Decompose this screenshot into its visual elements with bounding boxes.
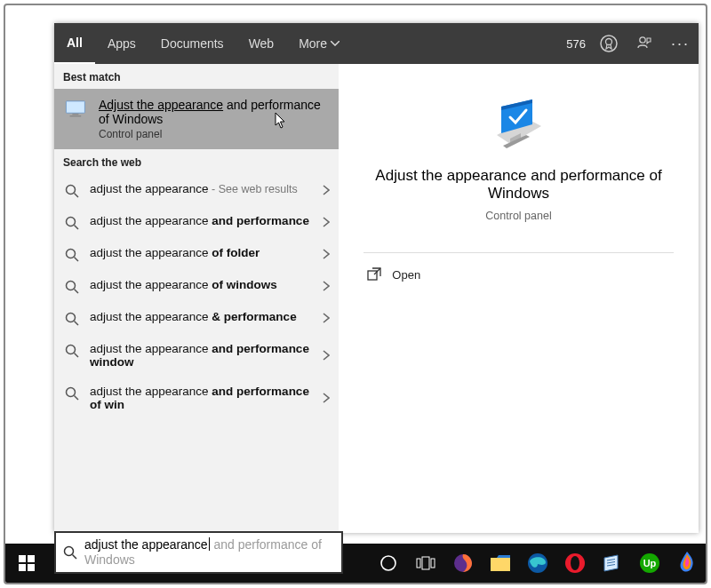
svg-rect-25	[368, 271, 377, 280]
tab-documents[interactable]: Documents	[148, 23, 236, 64]
preview-subtitle: Control panel	[485, 210, 551, 222]
svg-rect-4	[72, 114, 78, 115]
tab-all[interactable]: All	[54, 23, 95, 64]
chevron-right-icon	[323, 313, 330, 323]
web-result-4[interactable]: adjust the appearance & performance	[54, 302, 339, 334]
svg-point-8	[67, 218, 76, 226]
svg-rect-31	[28, 564, 35, 571]
chevron-right-icon	[323, 217, 330, 227]
taskbar-flame-icon[interactable]	[671, 547, 703, 579]
chevron-right-icon	[323, 249, 330, 259]
svg-line-15	[75, 322, 79, 326]
web-result-text: adjust the appearance of folder	[90, 246, 328, 259]
svg-text:Up: Up	[643, 558, 657, 568]
search-icon	[65, 280, 79, 294]
svg-rect-37	[491, 558, 510, 571]
web-result-5[interactable]: adjust the appearance and performance wi…	[54, 334, 339, 377]
best-match-result[interactable]: Adjust the appearance and performance of…	[54, 89, 339, 149]
best-match-label: Best match	[54, 64, 339, 89]
taskbar-cortana-icon[interactable]	[372, 547, 404, 579]
svg-point-32	[381, 556, 395, 570]
web-result-1[interactable]: adjust the appearance and performance	[54, 206, 339, 238]
svg-line-7	[75, 194, 79, 198]
svg-rect-29	[28, 555, 35, 562]
chevron-right-icon	[323, 281, 330, 291]
firefox-icon	[452, 552, 474, 574]
search-icon	[65, 344, 79, 358]
svg-point-26	[65, 547, 74, 556]
svg-point-6	[67, 186, 76, 195]
start-button[interactable]	[5, 544, 48, 583]
taskbar-opera-icon[interactable]	[559, 547, 591, 579]
circle-icon	[379, 554, 397, 572]
search-icon	[65, 216, 79, 230]
preview-title: Adjust the appearance and performance of…	[339, 167, 699, 203]
taskview-icon	[416, 556, 435, 570]
start-search-panel: All Apps Documents Web More 576 ··· Best…	[54, 23, 699, 533]
svg-point-40	[571, 556, 579, 570]
svg-point-14	[67, 314, 76, 322]
svg-rect-30	[19, 564, 26, 571]
taskbar-firefox-icon[interactable]	[447, 547, 479, 579]
svg-point-12	[67, 282, 76, 290]
svg-point-1	[605, 39, 611, 45]
svg-line-9	[75, 226, 79, 230]
web-result-0[interactable]: adjust the appearance - See web results	[54, 174, 339, 206]
search-icon	[65, 386, 79, 401]
svg-rect-33	[417, 559, 420, 568]
rewards-medal-icon[interactable]	[596, 31, 621, 56]
chevron-right-icon	[323, 393, 330, 403]
web-result-6[interactable]: adjust the appearance and performance of…	[54, 377, 339, 419]
taskbar-file-explorer-icon[interactable]	[484, 547, 516, 579]
taskbar-taskview-icon[interactable]	[410, 547, 442, 579]
svg-rect-35	[431, 559, 435, 568]
svg-line-19	[75, 396, 79, 401]
search-input[interactable]: adjust the appearance and performance of…	[54, 531, 343, 574]
tab-web[interactable]: Web	[236, 23, 287, 64]
web-result-text: adjust the appearance of windows	[90, 278, 328, 291]
web-result-text: adjust the appearance and performance	[90, 214, 328, 227]
best-match-subtitle: Control panel	[99, 128, 328, 140]
search-tabbar: All Apps Documents Web More 576 ···	[54, 23, 699, 64]
notepad-icon	[602, 553, 623, 573]
open-icon	[367, 267, 381, 282]
chevron-right-icon	[323, 350, 330, 361]
search-web-label: Search the web	[54, 149, 339, 174]
svg-rect-34	[422, 557, 429, 569]
preview-column: Adjust the appearance and performance of…	[339, 64, 699, 533]
svg-rect-5	[70, 115, 82, 116]
tab-apps[interactable]: Apps	[95, 23, 148, 64]
upwork-icon: Up	[639, 552, 660, 574]
svg-rect-3	[66, 101, 84, 113]
taskbar-edge-icon[interactable]	[522, 547, 554, 579]
feedback-icon[interactable]	[632, 31, 657, 56]
edge-icon	[527, 552, 548, 574]
mouse-cursor-icon	[275, 112, 287, 130]
results-column: Best match Adjust the appearance and per…	[54, 64, 339, 533]
web-result-3[interactable]: adjust the appearance of windows	[54, 270, 339, 302]
search-icon	[65, 184, 79, 198]
options-ellipsis-icon[interactable]: ···	[662, 35, 699, 53]
chevron-down-icon	[331, 41, 340, 46]
svg-line-11	[75, 258, 79, 262]
taskbar-upwork-icon[interactable]: Up	[634, 547, 666, 579]
svg-line-27	[73, 555, 77, 560]
rewards-points: 576	[566, 37, 586, 51]
search-icon	[65, 248, 79, 262]
svg-point-10	[67, 250, 76, 258]
search-icon	[63, 545, 77, 560]
chevron-right-icon	[323, 185, 330, 195]
open-action[interactable]: Open	[363, 253, 673, 296]
flame-icon	[679, 552, 695, 575]
svg-line-13	[75, 290, 79, 294]
search-icon	[65, 312, 79, 326]
window-frame: All Apps Documents Web More 576 ··· Best…	[4, 4, 707, 584]
tab-more[interactable]: More	[286, 23, 352, 64]
svg-line-17	[75, 354, 79, 358]
web-result-text: adjust the appearance and performance of…	[90, 385, 328, 411]
web-result-2[interactable]: adjust the appearance of folder	[54, 238, 339, 270]
open-label: Open	[392, 268, 420, 282]
svg-point-2	[640, 37, 645, 43]
taskbar-notepad-icon[interactable]	[596, 547, 628, 579]
monitor-icon	[65, 99, 90, 119]
